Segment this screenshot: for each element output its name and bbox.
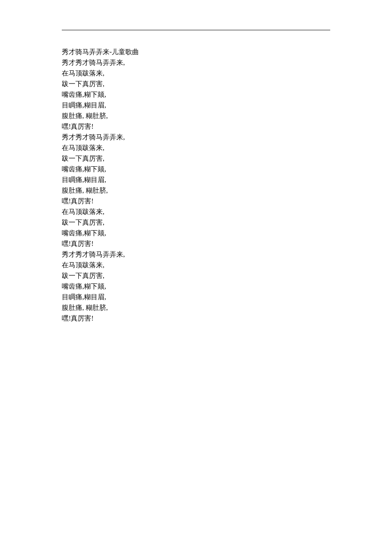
lyric-line: 嘿!真厉害! bbox=[62, 313, 330, 324]
lyric-line: 秀才秀才骑马弄弄来, bbox=[62, 249, 330, 260]
lyric-line: 嘴齿痛,糊下颏, bbox=[62, 281, 330, 292]
lyric-line: 跋一下真厉害, bbox=[62, 270, 330, 281]
lyric-line: 嘴齿痛,糊下颏, bbox=[62, 228, 330, 238]
lyric-line: 嘴齿痛,糊下颏, bbox=[62, 89, 330, 100]
lyric-line: 在马顶跋落来, bbox=[62, 142, 330, 153]
lyric-line: 嘿!真厉害! bbox=[62, 121, 330, 132]
document-page: 秀才骑马弄弄来-儿童歌曲 秀才秀才骑马弄弄来, 在马顶跋落来, 跋一下真厉害, … bbox=[0, 0, 392, 324]
lyric-line: 跋一下真厉害, bbox=[62, 153, 330, 164]
lyric-line: 秀才秀才骑马弄弄来, bbox=[62, 132, 330, 142]
lyric-line: 目睭痛,糊目眉, bbox=[62, 100, 330, 110]
lyric-line: 目睭痛,糊目眉, bbox=[62, 292, 330, 302]
lyric-line: 嘿!真厉害! bbox=[62, 196, 330, 206]
lyric-line: 腹肚痛, 糊肚脐, bbox=[62, 302, 330, 313]
lyric-line: 腹肚痛, 糊肚脐, bbox=[62, 185, 330, 196]
lyric-line: 跋一下真厉害, bbox=[62, 78, 330, 89]
lyric-line: 在马顶跋落来, bbox=[62, 68, 330, 78]
lyric-line: 秀才骑马弄弄来-儿童歌曲 bbox=[62, 46, 330, 57]
lyric-line: 目睭痛,糊目眉, bbox=[62, 174, 330, 185]
lyric-line: 跋一下真厉害, bbox=[62, 217, 330, 228]
lyric-line: 秀才秀才骑马弄弄来, bbox=[62, 57, 330, 68]
lyric-line: 在马顶跋落来, bbox=[62, 206, 330, 217]
lyric-line: 在马顶跋落来, bbox=[62, 260, 330, 270]
lyric-line: 腹肚痛, 糊肚脐, bbox=[62, 110, 330, 121]
page-divider bbox=[62, 30, 330, 30]
lyric-line: 嘴齿痛,糊下颏, bbox=[62, 164, 330, 174]
lyric-line: 嘿!真厉害! bbox=[62, 238, 330, 249]
lyrics-content: 秀才骑马弄弄来-儿童歌曲 秀才秀才骑马弄弄来, 在马顶跋落来, 跋一下真厉害, … bbox=[62, 46, 330, 324]
